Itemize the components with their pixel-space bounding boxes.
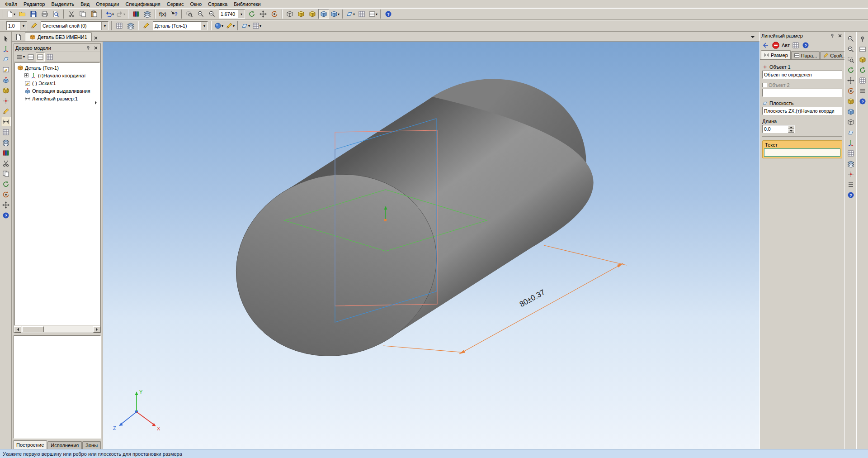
view-refresh-button[interactable] bbox=[846, 65, 856, 75]
menu-service[interactable]: Сервис bbox=[164, 0, 187, 8]
menu-select[interactable]: Выделить bbox=[48, 0, 77, 8]
orientation-button[interactable]: ▾ bbox=[345, 9, 356, 19]
current-layer-combo[interactable]: Системный слой (0)▾ bbox=[41, 21, 108, 30]
document-list-button[interactable] bbox=[13, 33, 24, 41]
tool-library-button[interactable] bbox=[1, 148, 11, 157]
tool-select-button[interactable] bbox=[1, 33, 11, 43]
tool-plane-button[interactable] bbox=[1, 54, 11, 64]
create-object-button[interactable] bbox=[761, 41, 770, 50]
expander-plus-icon[interactable] bbox=[24, 73, 28, 77]
document-tab[interactable]: Деталь БЕЗ ИМЕНИ1 bbox=[25, 32, 92, 41]
view-plane-button[interactable] bbox=[846, 128, 856, 137]
save-button[interactable] bbox=[28, 9, 39, 19]
dock-grid-button[interactable] bbox=[858, 76, 868, 85]
close-document-button[interactable] bbox=[93, 34, 99, 41]
line-style-button[interactable]: ▾ bbox=[225, 21, 236, 31]
tab-parametry[interactable]: Пара... bbox=[791, 51, 820, 59]
wireframe-view-button[interactable] bbox=[284, 9, 295, 19]
object1-input[interactable]: Объект не определен bbox=[762, 71, 842, 79]
tree-composition-button[interactable] bbox=[36, 52, 45, 62]
menu-editor[interactable]: Редактор bbox=[20, 0, 48, 8]
model-viewport[interactable]: 80±0.37 Y X Z bbox=[103, 42, 760, 449]
view-origin-button[interactable] bbox=[846, 169, 856, 179]
shaded-with-edges-view-button[interactable]: ▾ bbox=[330, 9, 340, 19]
dimension-text-input[interactable] bbox=[764, 148, 840, 157]
menu-libraries[interactable]: Библиотеки bbox=[231, 0, 264, 8]
object2-input[interactable] bbox=[762, 89, 842, 97]
tree-item-linear-dimension[interactable]: Линейный размер:1 bbox=[15, 95, 99, 102]
dock-help-button[interactable] bbox=[858, 96, 868, 106]
undo-button[interactable]: ▾ bbox=[104, 9, 115, 19]
zoom-scale-combo[interactable]: 1.6740▾ bbox=[219, 10, 245, 19]
tool-point-button[interactable] bbox=[1, 96, 11, 105]
dock-model-button[interactable] bbox=[858, 55, 868, 64]
pin-button[interactable] bbox=[829, 33, 835, 39]
view-shaded-button[interactable] bbox=[846, 107, 856, 116]
hidden-lines-view-button[interactable] bbox=[296, 9, 307, 19]
tool-rebuild-button[interactable] bbox=[1, 179, 11, 189]
menu-view[interactable]: Вид bbox=[77, 0, 93, 8]
plane-label-row[interactable]: Плоскость bbox=[762, 99, 842, 107]
tree-item-part[interactable]: Деталь (Тел-1) bbox=[15, 64, 99, 72]
tree-horizontal-scrollbar[interactable] bbox=[14, 326, 100, 333]
close-panel-button[interactable] bbox=[836, 33, 843, 39]
object2-checkbox[interactable] bbox=[762, 83, 767, 87]
menu-specification[interactable]: Спецификация bbox=[123, 0, 164, 8]
view-list-button[interactable] bbox=[846, 180, 856, 189]
print-button[interactable] bbox=[39, 9, 50, 19]
help-button[interactable] bbox=[383, 9, 394, 19]
paste-button[interactable] bbox=[89, 9, 99, 19]
tree-item-extrusion[interactable]: Операция выдавливания bbox=[15, 87, 99, 95]
view-zoom-in-button[interactable] bbox=[846, 34, 856, 43]
tool-axes-button[interactable] bbox=[1, 44, 11, 53]
shaded-view-button[interactable] bbox=[318, 9, 329, 19]
layers-button[interactable] bbox=[125, 21, 136, 31]
hidden-lines-thin-view-button[interactable] bbox=[307, 9, 318, 19]
menu-window[interactable]: Окно bbox=[187, 0, 205, 8]
open-button[interactable] bbox=[17, 9, 28, 19]
tab-postroenie[interactable]: Построение bbox=[13, 440, 47, 449]
autocreate-button[interactable]: Авт bbox=[781, 41, 791, 50]
tab-ispolneniya[interactable]: Исполнения bbox=[47, 441, 82, 449]
copy-button[interactable] bbox=[77, 9, 88, 19]
color-button[interactable]: ▾ bbox=[213, 21, 224, 31]
print-preview-button[interactable] bbox=[51, 9, 61, 19]
dock-panes-button[interactable] bbox=[858, 44, 868, 54]
tree-sections-button[interactable] bbox=[26, 52, 35, 62]
view-help-button[interactable] bbox=[846, 190, 856, 200]
dock-pin-button[interactable] bbox=[858, 34, 868, 43]
tool-section-button[interactable] bbox=[1, 158, 11, 168]
menu-operations[interactable]: Операции bbox=[93, 0, 122, 8]
dock-rebuild-button[interactable] bbox=[858, 65, 868, 75]
view-zoom-rect-button[interactable] bbox=[846, 55, 856, 64]
tool-rotate-button[interactable] bbox=[1, 190, 11, 199]
view-grid-button[interactable] bbox=[846, 148, 856, 158]
tool-surfaces-button[interactable] bbox=[1, 138, 11, 147]
tab-scroll-button[interactable] bbox=[747, 33, 758, 41]
window-layout-button[interactable]: ▾ bbox=[368, 9, 378, 19]
object1-label-row[interactable]: Объект 1 bbox=[762, 63, 842, 71]
pin-button[interactable] bbox=[85, 44, 91, 51]
fx-button[interactable]: f(x) bbox=[157, 9, 168, 19]
view-pan-button[interactable] bbox=[846, 76, 856, 85]
tool-edit-button[interactable] bbox=[1, 106, 11, 116]
snap-settings-button[interactable]: ▾ bbox=[251, 21, 262, 31]
object2-label-row[interactable]: Объект 2 bbox=[762, 81, 842, 89]
edit-layers-button[interactable] bbox=[28, 21, 39, 31]
scrollbar-thumb[interactable] bbox=[22, 326, 44, 332]
tool-help-button[interactable] bbox=[1, 210, 11, 220]
zoom-rect-button[interactable] bbox=[184, 9, 195, 19]
redo-button[interactable]: ▾ bbox=[115, 9, 126, 19]
spin-up-button[interactable] bbox=[788, 125, 794, 129]
menu-file[interactable]: Файл bbox=[2, 0, 20, 8]
tool-solid-button[interactable] bbox=[1, 86, 11, 95]
panel-help-button[interactable] bbox=[801, 41, 811, 50]
variables-button[interactable] bbox=[142, 9, 153, 19]
view-wireframe-button[interactable] bbox=[846, 117, 856, 127]
tool-array-button[interactable] bbox=[1, 169, 11, 178]
zoom-out-button[interactable] bbox=[207, 9, 217, 19]
scroll-right-button[interactable] bbox=[93, 326, 100, 333]
menu-help[interactable]: Справка bbox=[205, 0, 231, 8]
dock-messages-button[interactable] bbox=[858, 86, 868, 95]
snap-grid-button[interactable] bbox=[114, 21, 125, 31]
